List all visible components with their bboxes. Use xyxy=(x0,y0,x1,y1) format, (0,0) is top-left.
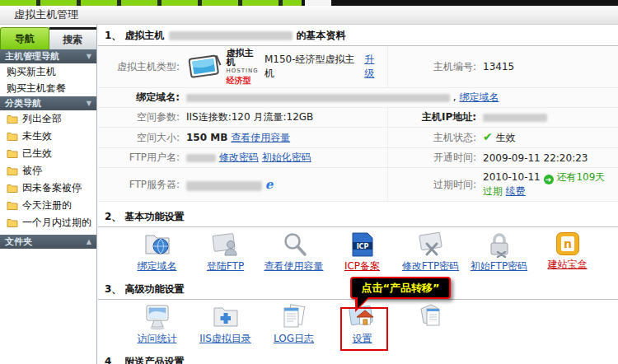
folder-icon xyxy=(7,114,18,124)
feature-icp-record[interactable]: ICP ICP备案 xyxy=(328,231,396,273)
domain-label: 绑定域名: xyxy=(98,88,183,108)
redacted-ftp-server xyxy=(186,181,262,191)
svg-text:n: n xyxy=(564,237,572,250)
basic-features-grid: 绑定域名 登陆FTP 查看使用容量 xyxy=(123,227,618,273)
documents-icon xyxy=(279,304,309,330)
table-row: 空间参数: IIS连接数:120 月流量:12GB 主机IP地址: xyxy=(98,108,618,128)
redacted-host-name xyxy=(169,31,293,40)
tools-icon xyxy=(416,231,446,258)
padlock-icon xyxy=(486,231,513,258)
redacted-ftp-user xyxy=(186,154,216,162)
feature-change-ftp-password[interactable]: 修改FTP密码 xyxy=(396,231,465,273)
section-folders[interactable]: 文件夹 ▲ xyxy=(0,235,96,249)
redacted-ip xyxy=(483,114,547,122)
tab-search[interactable]: 搜索 xyxy=(49,27,97,49)
feature-log[interactable]: LOG日志 xyxy=(260,304,328,346)
domain-bind-icon xyxy=(143,231,172,258)
virtual-host-manager-window: 虚拟主机管理 导航 搜索 主机管理导航 ▼ 购买新主机 购买主机套餐 分类导航 … xyxy=(0,0,618,364)
sidebar-item-list-all[interactable]: 列出全部 xyxy=(0,110,96,128)
host-id-value: 13415 xyxy=(480,46,618,88)
chevron-down-icon: ▼ xyxy=(87,53,91,60)
chevron-up-icon: ▲ xyxy=(87,238,91,245)
renew-link[interactable]: 续费 xyxy=(506,185,526,197)
callout-text: 点击“产品转移” xyxy=(361,281,439,296)
table-row: 空间大小: 150 MB 查看使用容量 主机状态: ✔ 生效 xyxy=(98,128,618,148)
callout-bubble: 点击“产品转移” xyxy=(350,277,451,299)
folder-icon xyxy=(7,218,18,227)
callout-tail xyxy=(358,297,368,308)
host-type-label: 虚拟主机类型: xyxy=(98,46,183,88)
host-status-label: 主机状态: xyxy=(387,128,480,148)
check-icon: ✔ xyxy=(483,130,493,143)
svg-text:ICP: ICP xyxy=(356,243,368,250)
hosting-badge: 虚拟主机 HOSTING 经济型 xyxy=(226,49,260,85)
expire-date: 2010-10-11 xyxy=(483,171,541,183)
expire-time-label: 过期时间: xyxy=(387,168,480,202)
tab-navigation[interactable]: 导航 xyxy=(0,27,49,49)
host-info-table: 虚拟主机类型: 虚拟主机 HOST xyxy=(98,46,618,202)
section-category-nav[interactable]: 分类导航 ▼ xyxy=(0,96,96,110)
documents-icon xyxy=(416,304,446,330)
sidebar-item-suspended-no-icp[interactable]: 因未备案被停 xyxy=(0,180,96,197)
sidebar-item-suspended[interactable]: 被停 xyxy=(0,162,96,180)
host-ip-label: 主机IP地址: xyxy=(387,108,480,128)
page-title: 虚拟主机管理 xyxy=(0,6,618,25)
tab-strip-active-segment xyxy=(305,0,331,6)
feature-visit-stats[interactable]: 访问统计 xyxy=(123,304,191,346)
sidebar-tabs: 导航 搜索 xyxy=(0,27,96,49)
feature-iis-virtual-dir[interactable]: IIS虚拟目录 xyxy=(191,304,260,346)
monitor-icon xyxy=(143,304,172,330)
section-label: 分类导航 xyxy=(5,97,41,110)
sidebar-item-buy-host-package[interactable]: 购买主机套餐 xyxy=(0,80,96,96)
view-usage-link[interactable]: 查看使用容量 xyxy=(231,132,290,143)
sidebar: 导航 搜索 主机管理导航 ▼ 购买新主机 购买主机套餐 分类导航 ▼ 列出全部 … xyxy=(0,25,97,364)
section-label: 主机管理导航 xyxy=(5,50,59,63)
section-label: 文件夹 xyxy=(5,236,32,248)
feature-bind-domain[interactable]: 绑定域名 xyxy=(123,231,191,273)
change-password-link[interactable]: 修改密码 xyxy=(219,152,259,163)
host-status-value: 生效 xyxy=(496,132,516,143)
section2-title: 2、 基本功能设置 xyxy=(98,206,618,227)
sidebar-item-expiring-month[interactable]: 一个月内过期的 xyxy=(0,214,96,231)
feature-init-ftp-password[interactable]: 初始FTP密码 xyxy=(465,231,533,273)
hosting-laptop-icon xyxy=(186,52,222,82)
feature-site-builder-box[interactable]: n 建站宝盒 xyxy=(533,231,602,273)
section4-title: 4、 附送产品设置 xyxy=(98,351,618,364)
internet-explorer-icon[interactable]: e xyxy=(265,177,274,192)
product-transfer-highlight-box xyxy=(340,307,388,351)
tab-strip-green-segments xyxy=(0,0,302,6)
open-time-value: 2009-09-11 22:20:23 xyxy=(480,148,618,168)
folder-icon xyxy=(7,132,18,141)
feature-view-usage[interactable]: 查看使用容量 xyxy=(260,231,328,273)
sitebox-icon: n xyxy=(555,231,580,256)
ftp-user-label: FTP用户名: xyxy=(98,148,183,168)
init-password-link[interactable]: 初始化密码 xyxy=(262,152,311,163)
table-row: FTP服务器: e 过期时间: 2010-10-11 ➜ 还有109天过期 续费 xyxy=(98,168,618,202)
sidebar-item-buy-new-host[interactable]: 购买新主机 xyxy=(0,63,96,80)
space-size-value: 150 MB xyxy=(186,132,227,143)
feature-hidden-by-callout[interactable] xyxy=(396,304,465,346)
folder-icon xyxy=(7,201,18,210)
folder-plus-icon xyxy=(211,304,241,330)
feature-login-ftp[interactable]: 登陆FTP xyxy=(191,231,260,273)
host-id-label: 主机编号: xyxy=(387,46,480,88)
open-time-label: 开通时间: xyxy=(387,148,480,168)
folder-icon xyxy=(7,184,18,193)
bind-domain-link[interactable]: 绑定域名 xyxy=(459,91,499,103)
redacted-domain xyxy=(186,94,450,102)
section-host-management-nav[interactable]: 主机管理导航 ▼ xyxy=(0,49,96,63)
green-arrow-icon: ➜ xyxy=(544,175,554,184)
folder-icon xyxy=(7,166,18,175)
sidebar-item-not-active[interactable]: 未生效 xyxy=(0,128,96,145)
table-row: FTP用户名: 修改密码 初始化密码 开通时间: 2009-09-11 22:2… xyxy=(98,148,618,168)
main-content: 1、 虚拟主机 的基本资料 虚拟主机类型: xyxy=(98,25,618,364)
upgrade-link[interactable]: 升级 xyxy=(364,53,383,81)
sidebar-item-active[interactable]: 已生效 xyxy=(0,145,96,162)
top-tab-strip xyxy=(0,0,618,6)
magnifier-icon xyxy=(279,231,309,258)
sidebar-item-registered-today[interactable]: 今天注册的 xyxy=(0,197,96,214)
space-params-value: IIS连接数:120 月流量:12GB xyxy=(183,108,387,128)
icp-icon: ICP xyxy=(350,231,375,258)
table-row: 虚拟主机类型: 虚拟主机 HOST xyxy=(98,46,618,88)
space-params-label: 空间参数: xyxy=(98,108,183,128)
